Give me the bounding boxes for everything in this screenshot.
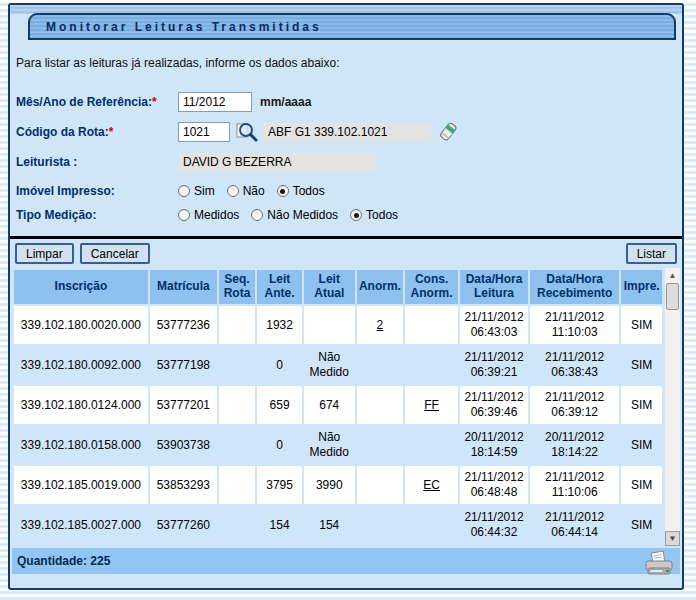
col-seq-rota: Seq. Rota bbox=[219, 270, 256, 304]
cell-dh-leitura: 21/11/201206:39:21 bbox=[460, 346, 528, 384]
rota-description-field: ABF G1 339.102.1021 bbox=[263, 123, 431, 142]
cell-inscricao: 339.102.180.0020.000 bbox=[14, 306, 148, 344]
receb-date: 21/11/2012 bbox=[545, 310, 604, 324]
radio-option-imovel-todos[interactable]: Todos bbox=[277, 184, 325, 198]
printer-icon[interactable] bbox=[644, 551, 674, 580]
codigo-rota-row: Código da Rota:* ABF G1 339.102.1021 bbox=[16, 120, 682, 144]
col-inscricao: Inscrição bbox=[14, 270, 148, 304]
cell-dh-leitura: 21/11/201206:48:48 bbox=[460, 466, 528, 504]
col-impre: Impre. bbox=[621, 270, 662, 304]
receb-date: 21/11/2012 bbox=[545, 350, 604, 364]
leitura-time: 06:44:32 bbox=[471, 525, 518, 539]
radio-label: Medidos bbox=[194, 208, 239, 222]
table-row: 339.102.180.0158.000 53903738 0 Não Medi… bbox=[14, 426, 662, 464]
scrollbar-thumb[interactable] bbox=[666, 283, 679, 310]
results-table: Inscrição Matrícula Seq. Rota Leit Ante.… bbox=[12, 268, 664, 546]
cell-anorm bbox=[357, 426, 404, 464]
cell-leit-atual: 3990 bbox=[304, 466, 355, 504]
cell-matricula: 53903738 bbox=[150, 426, 217, 464]
leitura-time: 18:14:59 bbox=[471, 445, 518, 459]
eraser-icon[interactable] bbox=[437, 121, 459, 143]
cell-anorm bbox=[357, 506, 404, 544]
cell-dh-recebimento: 21/11/201206:39:12 bbox=[530, 386, 619, 424]
leitura-date: 21/11/2012 bbox=[464, 510, 523, 524]
cell-leit-atual bbox=[304, 306, 355, 344]
cell-leit-ante: 0 bbox=[257, 346, 302, 384]
receb-time: 06:38:43 bbox=[551, 365, 598, 379]
section-divider bbox=[10, 236, 682, 239]
leitura-date: 21/11/2012 bbox=[464, 310, 523, 324]
cell-seq-rota bbox=[219, 466, 256, 504]
cell-matricula: 53777198 bbox=[150, 346, 217, 384]
col-cons-anorm: Cons. Anorm. bbox=[405, 270, 458, 304]
leitura-date: 21/11/2012 bbox=[464, 390, 523, 404]
cancelar-button[interactable]: Cancelar bbox=[80, 243, 150, 264]
mes-ano-input[interactable] bbox=[178, 92, 252, 112]
required-mark: * bbox=[109, 125, 114, 139]
receb-time: 18:14:22 bbox=[551, 445, 598, 459]
anorm-link[interactable]: 2 bbox=[377, 318, 384, 332]
cell-cons-anorm: EC bbox=[405, 466, 458, 504]
cell-anorm bbox=[357, 346, 404, 384]
cell-impre: SIM bbox=[621, 426, 662, 464]
radio-option-imovel-sim[interactable]: Sim bbox=[178, 184, 215, 198]
cell-inscricao: 339.102.180.0092.000 bbox=[14, 346, 148, 384]
vertical-scrollbar[interactable]: ▲ ▼ bbox=[665, 268, 680, 546]
scrollbar-track[interactable] bbox=[665, 311, 680, 531]
cell-leit-atual: Não Medido bbox=[304, 426, 355, 464]
scroll-down-icon[interactable]: ▼ bbox=[665, 531, 680, 546]
limpar-button[interactable]: Limpar bbox=[15, 243, 74, 264]
table-row: 339.102.180.0124.000 53777201 659 674 FF… bbox=[14, 386, 662, 424]
main-panel: Monitorar Leituras Transmitidas Para lis… bbox=[8, 3, 684, 590]
cons-anorm-link[interactable]: FF bbox=[424, 398, 439, 412]
radio-medicao-nao-medidos[interactable] bbox=[251, 209, 263, 221]
radio-option-medicao-medidos[interactable]: Medidos bbox=[178, 208, 239, 222]
mes-ano-row: Mês/Ano de Referência:* mm/aaaa bbox=[16, 90, 682, 114]
quantity-bar: Quantidade: 225 bbox=[12, 548, 680, 574]
table-row: 339.102.185.0019.000 53853293 3795 3990 … bbox=[14, 466, 662, 504]
cell-inscricao: 339.102.180.0158.000 bbox=[14, 426, 148, 464]
button-row: Limpar Cancelar Listar bbox=[15, 243, 677, 264]
cell-leit-ante: 0 bbox=[257, 426, 302, 464]
cons-anorm-link[interactable]: EC bbox=[423, 478, 440, 492]
radio-option-medicao-todos[interactable]: Todos bbox=[350, 208, 398, 222]
tipo-medicao-label: Tipo Medição: bbox=[16, 208, 178, 222]
search-icon[interactable] bbox=[236, 121, 259, 143]
imovel-impresso-label: Imóvel Impresso: bbox=[16, 184, 178, 198]
cell-dh-recebimento: 21/11/201211:10:03 bbox=[530, 306, 619, 344]
cell-anorm bbox=[357, 386, 404, 424]
table-row: 339.102.180.0020.000 53777236 1932 2 21/… bbox=[14, 306, 662, 344]
mes-ano-label-text: Mês/Ano de Referência: bbox=[16, 95, 152, 109]
radio-option-imovel-nao[interactable]: Não bbox=[227, 184, 265, 198]
col-matricula: Matrícula bbox=[150, 270, 217, 304]
radio-imovel-sim[interactable] bbox=[178, 185, 190, 197]
cell-dh-recebimento: 21/11/201211:10:06 bbox=[530, 466, 619, 504]
receb-time: 11:10:03 bbox=[552, 325, 598, 339]
receb-time: 06:44:14 bbox=[551, 525, 598, 539]
scroll-up-icon[interactable]: ▲ bbox=[665, 268, 680, 282]
cell-leit-atual: 154 bbox=[304, 506, 355, 544]
radio-imovel-nao[interactable] bbox=[227, 185, 239, 197]
cell-dh-recebimento: 21/11/201206:38:43 bbox=[530, 346, 619, 384]
radio-imovel-todos[interactable] bbox=[277, 185, 289, 197]
cell-matricula: 53777201 bbox=[150, 386, 217, 424]
mes-ano-format-hint: mm/aaaa bbox=[260, 95, 311, 109]
leiturista-field: DAVID G BEZERRA bbox=[178, 153, 376, 172]
cell-leit-atual: Não Medido bbox=[304, 346, 355, 384]
codigo-rota-input[interactable] bbox=[178, 122, 230, 142]
cell-anorm: 2 bbox=[357, 306, 404, 344]
radio-medicao-medidos[interactable] bbox=[178, 209, 190, 221]
listar-button[interactable]: Listar bbox=[626, 243, 677, 264]
cell-impre: SIM bbox=[621, 346, 662, 384]
cell-cons-anorm bbox=[405, 426, 458, 464]
cell-leit-ante: 1932 bbox=[257, 306, 302, 344]
leitura-time: 06:48:48 bbox=[471, 485, 518, 499]
codigo-rota-label-text: Código da Rota: bbox=[16, 125, 109, 139]
radio-option-medicao-nao-medidos[interactable]: Não Medidos bbox=[251, 208, 338, 222]
leitura-date: 20/11/2012 bbox=[464, 430, 523, 444]
leitura-time: 06:39:21 bbox=[471, 365, 518, 379]
radio-medicao-todos[interactable] bbox=[350, 209, 362, 221]
receb-date: 21/11/2012 bbox=[545, 510, 604, 524]
receb-time: 11:10:06 bbox=[552, 485, 598, 499]
leitura-date: 21/11/2012 bbox=[464, 350, 523, 364]
